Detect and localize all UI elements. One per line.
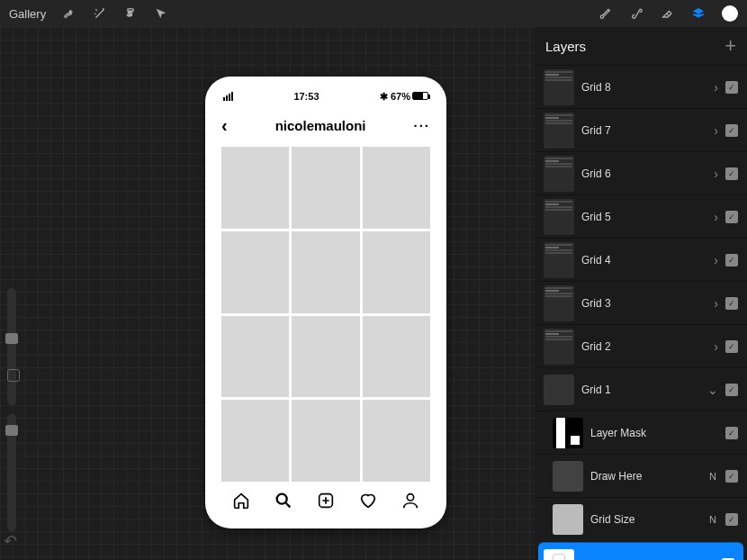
layer-row[interactable]: Grid SizeN✓ <box>535 497 747 540</box>
svg-point-1 <box>276 494 286 504</box>
layer-row[interactable]: Grid 2›✓ <box>535 324 747 367</box>
visibility-checkbox[interactable]: ✓ <box>725 124 738 137</box>
eraser-icon[interactable] <box>661 6 675 21</box>
grid-cell <box>292 316 359 398</box>
signal-icon <box>223 92 233 101</box>
layer-thumb <box>544 329 574 365</box>
status-time: 17:53 <box>293 91 319 102</box>
grid-cell <box>292 400 359 482</box>
visibility-checkbox[interactable]: ✓ <box>725 384 738 396</box>
grid-cell <box>221 231 289 313</box>
undo-icon[interactable]: ↶ <box>4 531 17 551</box>
add-icon[interactable] <box>316 491 336 514</box>
grid-cell <box>221 400 289 482</box>
wrench-icon[interactable] <box>62 6 76 21</box>
chevron-right-icon[interactable]: › <box>714 296 718 311</box>
chevron-down-icon[interactable]: ⌄ <box>707 383 718 397</box>
profile-icon[interactable] <box>400 491 420 514</box>
layer-label: Layer Mask <box>590 427 718 439</box>
layer-thumb <box>544 375 574 405</box>
layer-row[interactable]: Grid 6›✓ <box>535 151 747 194</box>
chevron-right-icon[interactable]: › <box>714 167 718 181</box>
layer-row-selected[interactable]: Layer 1N✓ <box>538 542 743 560</box>
status-bar: 17:53 ✱ 67% <box>205 86 446 107</box>
wand-icon[interactable] <box>93 6 107 21</box>
svg-point-3 <box>408 494 414 501</box>
add-layer-icon[interactable]: + <box>724 34 736 58</box>
top-toolbar: Gallery S <box>0 0 747 27</box>
layer-thumb <box>544 156 574 192</box>
arrow-icon[interactable] <box>154 6 168 21</box>
layer-label: Grid 2 <box>581 340 706 353</box>
layer-thumb <box>544 69 574 105</box>
chevron-right-icon[interactable]: › <box>714 80 718 95</box>
layer-row[interactable]: Grid 5›✓ <box>535 194 747 238</box>
grid-cell <box>221 316 289 398</box>
brush-size-handle[interactable] <box>5 333 18 344</box>
layers-icon[interactable] <box>691 6 706 21</box>
chevron-right-icon[interactable]: › <box>714 253 718 267</box>
blend-mode[interactable]: N <box>709 471 716 482</box>
bottom-nav <box>205 485 446 528</box>
visibility-checkbox[interactable]: ✓ <box>725 167 738 180</box>
layer-thumb <box>544 113 574 149</box>
chevron-right-icon[interactable]: › <box>714 210 718 224</box>
layer-row[interactable]: Grid 8›✓ <box>535 65 747 108</box>
status-battery: ✱ 67% <box>380 91 428 103</box>
layer-thumb <box>553 418 583 448</box>
heart-icon[interactable] <box>358 491 378 514</box>
layer-label: Grid Size <box>590 513 702 526</box>
brush-size-slider[interactable] <box>7 288 16 405</box>
visibility-checkbox[interactable]: ✓ <box>725 427 738 439</box>
chevron-right-icon[interactable]: › <box>714 339 718 354</box>
layer-thumb <box>544 242 574 278</box>
visibility-checkbox[interactable]: ✓ <box>725 254 738 266</box>
search-icon[interactable] <box>274 491 293 514</box>
visibility-checkbox[interactable]: ✓ <box>725 211 738 223</box>
panel-title: Layers <box>545 39 586 54</box>
layer-label: Grid 3 <box>581 297 706 310</box>
layer-label: Grid 7 <box>581 124 706 137</box>
grid-cell <box>363 400 430 482</box>
layer-label: Grid 5 <box>581 211 706 223</box>
home-icon[interactable] <box>231 491 251 514</box>
grid-cell <box>221 147 289 229</box>
visibility-checkbox[interactable]: ✓ <box>725 470 738 483</box>
visibility-checkbox[interactable]: ✓ <box>725 340 738 353</box>
layer-thumb <box>553 461 583 492</box>
visibility-checkbox[interactable]: ✓ <box>725 81 738 94</box>
back-icon[interactable]: ‹ <box>221 116 228 134</box>
layer-row[interactable]: Grid 1⌄✓ <box>535 367 747 411</box>
layer-row[interactable]: Grid 7›✓ <box>535 108 747 151</box>
layer-label: Draw Here <box>590 470 702 483</box>
canvas-area[interactable]: ↶ ↶ 17:53 ✱ 67% ‹ nicolemauloni ··· <box>0 27 535 560</box>
color-picker[interactable] <box>722 5 738 22</box>
smudge-icon[interactable] <box>630 6 644 21</box>
visibility-checkbox[interactable]: ✓ <box>725 297 738 310</box>
selection-icon[interactable]: S <box>123 6 138 21</box>
layer-row[interactable]: Grid 4›✓ <box>535 238 747 281</box>
layer-label: Grid 8 <box>581 81 706 94</box>
layer-row[interactable]: Grid 3›✓ <box>535 281 747 324</box>
layer-row[interactable]: Draw HereN✓ <box>535 454 747 497</box>
layer-label: Grid 1 <box>581 384 700 396</box>
gallery-button[interactable]: Gallery <box>9 7 46 21</box>
layer-thumb <box>553 504 583 535</box>
phone-mockup: 17:53 ✱ 67% ‹ nicolemauloni ··· <box>205 77 446 528</box>
profile-header: ‹ nicolemauloni ··· <box>205 107 446 143</box>
layer-label: Grid 4 <box>581 254 706 266</box>
more-icon[interactable]: ··· <box>413 118 430 133</box>
grid-cell <box>363 316 430 398</box>
layer-label: Grid 6 <box>581 167 706 180</box>
layer-thumb <box>544 549 574 561</box>
svg-text:S: S <box>127 9 133 18</box>
layer-row[interactable]: Layer Mask✓ <box>535 411 747 454</box>
modifier-button[interactable] <box>7 369 20 382</box>
photo-grid <box>221 147 430 482</box>
blend-mode[interactable]: N <box>709 514 716 525</box>
visibility-checkbox[interactable]: ✓ <box>725 513 738 526</box>
opacity-handle[interactable] <box>5 425 18 436</box>
brush-icon[interactable] <box>599 6 614 21</box>
grid-cell <box>292 231 359 313</box>
chevron-right-icon[interactable]: › <box>714 123 718 138</box>
